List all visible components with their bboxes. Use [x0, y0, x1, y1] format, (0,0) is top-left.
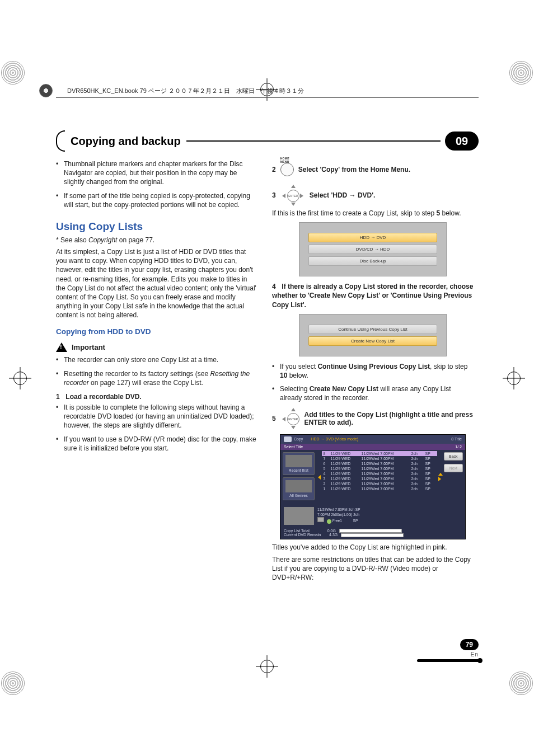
cell-n: 2 [324, 482, 329, 486]
cell-ch: 2ch [411, 467, 424, 471]
title-row[interactable]: 411/29 WED11/29Wed 7:00PM2chSP [322, 471, 437, 476]
detail-mode: SP [353, 519, 358, 523]
panel-recent-first[interactable]: Recent first [283, 452, 315, 475]
text: If this is the first time to create a Co… [272, 209, 436, 217]
detail-line1: 11/29Wed 7:00PM 2ch SP [317, 508, 360, 512]
step-number: 2 [272, 166, 276, 173]
step-text: Load a recordable DVD. [65, 393, 141, 401]
remain-bar [341, 533, 404, 537]
cell-dt: 11/29Wed 7:00PM [362, 467, 410, 471]
important-bullets: The recorder can only store one Copy Lis… [56, 355, 257, 387]
cell-ch: 2ch [411, 477, 424, 481]
shot-header: Copy HDD → DVD (Video mode) 8 Title [280, 435, 465, 444]
bullet-item: If some part of the title being copied i… [56, 191, 257, 209]
title-row[interactable]: 511/29 WED11/29Wed 7:00PM2chSP [322, 466, 437, 471]
cell-mode: SP [425, 462, 435, 466]
body-paragraph: At its simplest, a Copy List is just a l… [56, 247, 257, 320]
bold: Continue Using Previous Copy List [317, 363, 430, 370]
shot-detail-panel: 11/29Wed 7:00PM 2ch SP 7:00PM 2h00m(1.0G… [280, 505, 465, 527]
step-text: Select 'Copy' from the Home Menu. [298, 166, 410, 173]
cell-mode: SP [425, 457, 435, 461]
page-number-block: 79 En [417, 639, 479, 662]
bold: Create New Copy List [310, 385, 378, 393]
cell-mode: SP [425, 487, 435, 491]
step-1: 1 Load a recordable DVD. [56, 393, 257, 401]
cell-ch: 2ch [411, 487, 424, 491]
bullet-item: If you select Continue Using Previous Co… [272, 362, 474, 380]
title-row[interactable]: 111/29 WED11/29Wed 7:00PM2chSP [322, 486, 437, 491]
cell-date: 11/29 WED [331, 477, 360, 481]
sheet: DVR650HK_KC_EN.book 79 ページ ２００７年２月２１日 水曜… [56, 76, 479, 674]
cell-ch: 2ch [411, 457, 424, 461]
menu-item-disc-backup[interactable]: Disc Back-up [308, 256, 437, 266]
title-row[interactable]: 211/29 WED11/29Wed 7:00PM2chSP [322, 481, 437, 486]
shot-right-buttons: Back Next [444, 450, 465, 505]
menu-item-continue-previous[interactable]: Continue Using Previous Copy List [308, 325, 437, 334]
left-arrow-icon [317, 450, 322, 505]
title-row[interactable]: 811/29 WED11/29Wed 7:00PM2chSP [322, 451, 437, 456]
ring-binding-icon [39, 84, 53, 97]
cell-mode: SP [425, 477, 435, 481]
step-number: 4 [272, 282, 280, 291]
cell-ch: 2ch [411, 452, 424, 456]
step1-bullets: It is possible to complete the following… [56, 403, 257, 453]
important-label: Important [72, 343, 105, 351]
nav-enter-cluster-icon: ENTER [282, 407, 299, 430]
bullet-item: Thumbnail picture markers and chapter ma… [56, 159, 257, 187]
bullet-item: The recorder can only store one Copy Lis… [56, 355, 257, 364]
warning-icon [56, 342, 67, 352]
cell-date: 11/29 WED [331, 467, 360, 471]
copy-total-bar [339, 529, 402, 533]
text: * See also [56, 236, 88, 244]
shot-title-list: 811/29 WED11/29Wed 7:00PM2chSP711/29 WED… [322, 450, 437, 505]
menu-item-create-new[interactable]: Create New Copy List [308, 336, 437, 346]
step-text: Add titles to the Copy List (highlight a… [305, 411, 474, 426]
menu-item-hdd-to-dvd[interactable]: HDD → DVD [308, 233, 437, 242]
print-rosette-bottom-right [510, 672, 532, 694]
next-button[interactable]: Next [444, 464, 463, 472]
text: If you select [280, 363, 317, 370]
bullet-item: Selecting Create New Copy List will eras… [272, 384, 474, 402]
intro-bullets: Thumbnail picture markers and chapter ma… [56, 159, 257, 209]
step3-note: If this is the first time to create a Co… [272, 209, 474, 218]
step-3: 3 ENTER Select 'HDD → DVD'. [272, 184, 474, 206]
back-button[interactable]: Back [444, 452, 463, 461]
see-also-note: * See also Copyright on page 77. [56, 236, 257, 244]
title-row[interactable]: 711/29 WED11/29Wed 7:00PM2chSP [322, 456, 437, 461]
shot-title-count: 8 Title [451, 437, 462, 441]
title-row[interactable]: 311/29 WED11/29Wed 7:00PM2chSP [322, 476, 437, 481]
menu-item-dvdcd-to-hdd[interactable]: DVD/CD → HDD [308, 245, 437, 254]
home-menu-icon-label: HOME MENU [280, 157, 295, 163]
page-footer-bar [417, 659, 479, 662]
shot-title: Copy [294, 437, 303, 441]
page-number: 79 [460, 639, 479, 650]
title-row[interactable]: 611/29 WED11/29Wed 7:00PM2chSP [322, 461, 437, 466]
after-menu-bullets: If you select Continue Using Previous Co… [272, 362, 474, 403]
cell-date: 11/29 WED [331, 482, 360, 486]
source-file-header: DVR650HK_KC_EN.book 79 ページ ２００７年２月２１日 水曜… [67, 87, 479, 95]
scroll-arrows-icon [437, 450, 444, 505]
text: below. [440, 209, 461, 217]
dvd-remain-label: Current DVD Remain [284, 533, 321, 537]
shot-subbar: Select Title 1/ 2 [280, 444, 465, 450]
cell-dt: 11/29Wed 7:00PM [362, 457, 410, 461]
section-heading-using-copy-lists: Using Copy Lists [56, 220, 257, 233]
step-number: 3 [272, 191, 276, 199]
step-text: Select 'HDD → DVD'. [310, 191, 376, 199]
panel-all-genres[interactable]: All Genres [283, 477, 315, 500]
bullet-item: Resetting the recorder to its factory se… [56, 369, 257, 387]
text: Resetting the recorder to its factory se… [64, 370, 210, 378]
bullet-item: If you want to use a DVD-RW (VR mode) di… [56, 435, 257, 453]
cell-date: 11/29 WED [331, 487, 360, 491]
copy-direction-menu: HDD → DVD DVD/CD → HDD Disc Back-up [299, 222, 447, 276]
print-rosette-top-left [2, 62, 24, 84]
home-menu-button-icon [280, 163, 294, 176]
bold: 10 [280, 372, 287, 379]
emphasis: Copyright [88, 236, 117, 244]
sd-icon [317, 517, 324, 522]
header-bracket-icon [56, 130, 65, 152]
print-rosette-bottom-left [2, 672, 24, 694]
registration-mark-left [9, 367, 31, 389]
shot-left-panels: Recent first All Genres [280, 450, 317, 505]
panel-thumb [285, 480, 312, 492]
